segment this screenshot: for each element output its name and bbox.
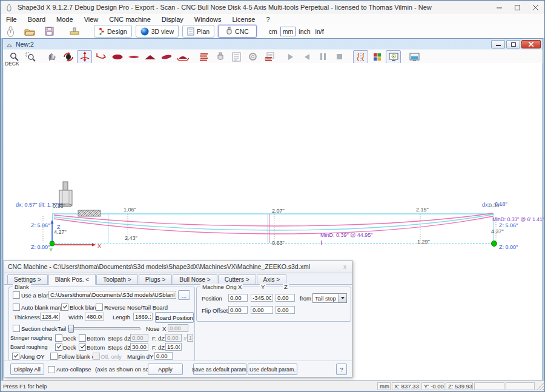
perspective-view-icon[interactable]: [159, 50, 174, 64]
doc-close-icon[interactable]: [521, 40, 541, 48]
auto-blank-margin-checkbox[interactable]: [13, 304, 20, 311]
report-icon[interactable]: [229, 50, 244, 64]
tab-axis[interactable]: Axis >: [257, 274, 287, 284]
board-bottom-checkbox[interactable]: [79, 344, 86, 351]
flip-view-icon[interactable]: [175, 50, 190, 64]
pause-icon[interactable]: [315, 50, 331, 64]
mouse-tool-icon[interactable]: [3, 25, 18, 38]
stop-icon[interactable]: [332, 50, 347, 64]
play-icon[interactable]: [283, 50, 298, 64]
close-icon[interactable]: [526, 1, 544, 14]
board-steps-field[interactable]: [130, 343, 148, 351]
save-default-button[interactable]: Save as default param.: [193, 364, 246, 375]
step-back-icon[interactable]: [299, 50, 314, 64]
tab-bull-nose[interactable]: Bull Nose >: [173, 274, 217, 284]
zoom-in-icon[interactable]: [7, 50, 22, 64]
dialog-help-button[interactable]: ?: [336, 364, 347, 375]
dialog-titlebar[interactable]: CNC Machine - C:\Users\thoma\Documents\S…: [4, 261, 352, 273]
dialog-close-icon[interactable]: x: [342, 264, 348, 270]
outline-view-icon[interactable]: [110, 50, 125, 64]
thickness-view-icon[interactable]: [126, 50, 141, 64]
unit-inf[interactable]: in/f: [314, 27, 326, 36]
flip-z-field[interactable]: [276, 306, 295, 314]
menu-help[interactable]: ?: [260, 14, 275, 24]
zoom-window-icon[interactable]: [23, 50, 38, 64]
section-check-checkbox[interactable]: [13, 325, 20, 332]
export-slices-icon[interactable]: [262, 50, 277, 64]
rocker-shift-icon[interactable]: [93, 50, 108, 64]
width-field[interactable]: [85, 313, 104, 321]
along-oy-checkbox[interactable]: [12, 353, 19, 360]
menu-cnc-machine[interactable]: CNC machine: [104, 14, 156, 24]
maximize-icon[interactable]: [508, 1, 526, 14]
flip-y-field[interactable]: [251, 306, 273, 314]
3d-view-button[interactable]: 3D view: [136, 25, 179, 38]
cnc-button[interactable]: CNC: [218, 25, 257, 38]
stringer-fdz-field[interactable]: [165, 334, 182, 342]
margin-dy-field[interactable]: [154, 352, 173, 360]
pan-hand-icon[interactable]: [44, 50, 59, 64]
open-folder-icon[interactable]: [22, 25, 37, 38]
machine-icon[interactable]: [67, 25, 82, 38]
rocker-adjust-icon[interactable]: [77, 50, 92, 64]
simulation-icon[interactable]: [353, 50, 368, 64]
save-icon[interactable]: [42, 25, 56, 38]
position-x-field[interactable]: [228, 294, 248, 302]
stringer-deck-checkbox[interactable]: [55, 334, 62, 342]
tab-cutters[interactable]: Cutters >: [218, 274, 256, 284]
tool-path-icon[interactable]: [213, 50, 228, 64]
menu-board[interactable]: Board: [22, 14, 51, 24]
tab-plugs[interactable]: Plugs >: [139, 274, 173, 284]
doc-minimize-icon[interactable]: [491, 40, 505, 48]
tab-settings[interactable]: Settings >: [7, 274, 48, 284]
from-dropdown[interactable]: Tail stop: [312, 293, 347, 303]
board-fdz-field[interactable]: [165, 343, 182, 351]
menu-display[interactable]: Display: [156, 14, 189, 24]
color-layers-icon[interactable]: [369, 50, 385, 64]
unit-inch[interactable]: inch: [297, 27, 312, 36]
doc-restore-icon[interactable]: [506, 40, 520, 48]
board-position-button[interactable]: Board Position: [155, 312, 194, 323]
unit-cm[interactable]: cm: [267, 27, 279, 36]
use-a-blank-checkbox[interactable]: [13, 291, 20, 299]
section-slider-thumb[interactable]: [68, 325, 74, 333]
menu-file[interactable]: File: [1, 14, 22, 24]
stringer-bottom-checkbox[interactable]: [79, 334, 86, 342]
apply-button[interactable]: Apply: [148, 364, 183, 375]
position-y-field[interactable]: [251, 294, 273, 302]
flip-x-field[interactable]: [228, 306, 248, 314]
minimize-icon[interactable]: [490, 1, 508, 14]
auto-collapse-checkbox[interactable]: [48, 366, 55, 373]
display-all-button[interactable]: Display All: [10, 364, 44, 375]
tab-toolpath[interactable]: Toolpath >: [96, 274, 137, 284]
length-field[interactable]: [133, 313, 153, 321]
blank-path-field[interactable]: [48, 291, 176, 299]
dropdown-arrow-icon[interactable]: [338, 294, 346, 302]
plan-button[interactable]: Plan: [182, 25, 214, 38]
browse-blank-button[interactable]: ...: [178, 290, 190, 300]
stringer-count-field[interactable]: [187, 334, 193, 342]
section-x-field[interactable]: [168, 324, 188, 332]
unit-mm[interactable]: mm: [280, 27, 296, 36]
rotate-view-icon[interactable]: [61, 50, 76, 64]
design-button[interactable]: Design: [94, 25, 132, 38]
slices-icon[interactable]: [196, 50, 211, 64]
fullscreen-icon[interactable]: [407, 50, 422, 64]
position-z-field[interactable]: [276, 294, 295, 302]
reverse-nose-tail-checkbox[interactable]: [96, 304, 103, 311]
section-view-icon[interactable]: [142, 50, 157, 64]
menu-license[interactable]: License: [226, 14, 260, 24]
thickness-field[interactable]: [40, 313, 60, 321]
resize-grip[interactable]: [536, 382, 544, 390]
follow-blank-otl-checkbox[interactable]: [50, 353, 58, 360]
stringer-steps-field[interactable]: [130, 334, 148, 342]
use-default-button[interactable]: Use default param.: [248, 364, 297, 375]
preview-monitor-icon[interactable]: [386, 50, 401, 64]
otl-only-checkbox[interactable]: [93, 353, 100, 360]
menu-windows[interactable]: Windows: [189, 14, 227, 24]
menu-mode[interactable]: Mode: [51, 14, 79, 24]
board-deck-checkbox[interactable]: [55, 344, 62, 351]
record-icon[interactable]: [245, 50, 260, 64]
document-titlebar[interactable]: New:2: [3, 39, 543, 49]
menu-view[interactable]: View: [79, 14, 104, 24]
